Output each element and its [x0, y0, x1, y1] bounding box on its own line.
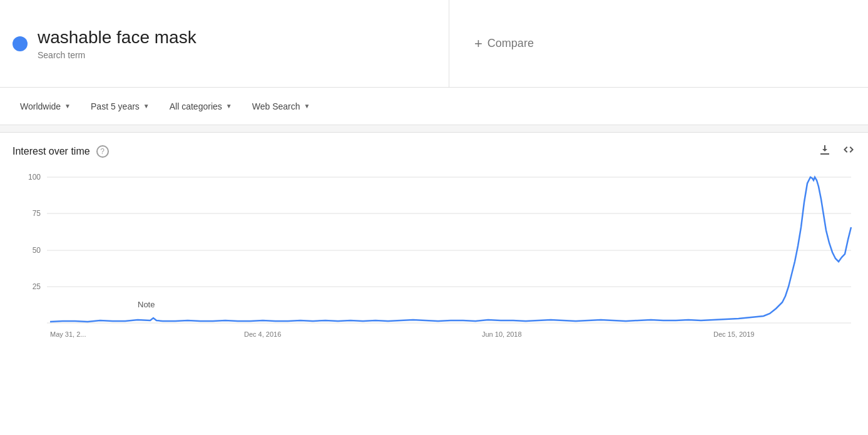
filter-bar: Worldwide ▼ Past 5 years ▼ All categorie…	[0, 88, 868, 125]
compare-label: Compare	[488, 37, 534, 50]
download-button[interactable]	[818, 143, 832, 160]
svg-text:Dec 15, 2019: Dec 15, 2019	[713, 330, 754, 338]
help-icon-symbol: ?	[100, 147, 105, 156]
compare-button[interactable]: + Compare	[474, 36, 534, 52]
search-type-filter[interactable]: Web Search ▼	[245, 96, 318, 116]
svg-text:100: 100	[28, 173, 41, 182]
category-filter[interactable]: All categories ▼	[162, 96, 240, 116]
svg-text:Dec 4, 2016: Dec 4, 2016	[244, 330, 281, 338]
chart-section: Interest over time ?	[0, 133, 868, 359]
region-filter-label: Worldwide	[20, 101, 61, 111]
chart-header: Interest over time ?	[13, 143, 855, 160]
region-dropdown-arrow: ▼	[64, 103, 71, 110]
chart-container: 100 75 50 25 May 31, 2... Dec 4, 2016 Ju…	[13, 165, 855, 359]
svg-text:25: 25	[33, 282, 41, 291]
help-icon[interactable]: ?	[96, 145, 109, 158]
chart-actions	[818, 143, 855, 160]
svg-text:Jun 10, 2018: Jun 10, 2018	[482, 330, 522, 338]
search-text-block: washable face mask Search term	[38, 28, 197, 60]
embed-button[interactable]	[842, 143, 855, 160]
search-subtitle: Search term	[38, 50, 197, 60]
svg-text:Note: Note	[138, 300, 155, 309]
search-type-dropdown-arrow: ▼	[304, 103, 310, 110]
time-filter[interactable]: Past 5 years ▼	[83, 96, 157, 116]
search-title: washable face mask	[38, 28, 197, 48]
download-icon	[818, 145, 832, 159]
region-filter[interactable]: Worldwide ▼	[13, 96, 78, 116]
search-type-filter-label: Web Search	[252, 101, 300, 111]
svg-text:75: 75	[33, 209, 41, 218]
search-term-section: washable face mask Search term	[0, 0, 449, 87]
chart-title: Interest over time	[13, 146, 90, 157]
compare-plus-icon: +	[474, 36, 483, 52]
search-term-dot	[13, 36, 28, 51]
time-dropdown-arrow: ▼	[143, 103, 150, 110]
chart-title-group: Interest over time ?	[13, 145, 109, 158]
category-filter-label: All categories	[170, 101, 222, 111]
time-filter-label: Past 5 years	[91, 101, 140, 111]
svg-text:50: 50	[33, 246, 41, 255]
svg-text:May 31, 2...: May 31, 2...	[50, 330, 86, 338]
trend-chart: 100 75 50 25 May 31, 2... Dec 4, 2016 Ju…	[13, 165, 855, 359]
header: washable face mask Search term + Compare	[0, 0, 868, 88]
embed-icon	[842, 145, 855, 159]
category-dropdown-arrow: ▼	[226, 103, 232, 110]
separator-bar	[0, 125, 868, 133]
compare-section: + Compare	[449, 36, 868, 52]
